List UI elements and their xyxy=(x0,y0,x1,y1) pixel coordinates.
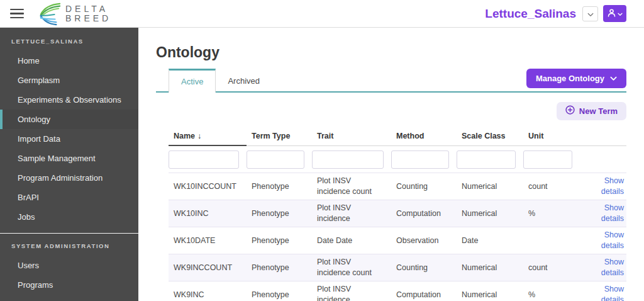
sidebar-item-import-data[interactable]: Import Data xyxy=(0,129,138,149)
filter-cell xyxy=(457,150,523,169)
sidebar-system-list: UsersPrograms xyxy=(0,256,138,295)
table-row: WK10INCCOUNTPhenotypePlot INSV incidence… xyxy=(169,173,626,200)
cell-trait: Plot INSV incidence count xyxy=(312,173,391,200)
filter-term-type-input[interactable] xyxy=(247,150,304,169)
show-details-link[interactable]: Show details xyxy=(601,230,624,250)
column-label: Trait xyxy=(317,132,333,140)
cell-unit: count xyxy=(523,179,580,195)
show-details-link[interactable]: Show details xyxy=(601,285,624,301)
cell-term-type: Phenotype xyxy=(247,206,312,222)
sidebar-item-ontology[interactable]: Ontology xyxy=(0,110,138,129)
details-cell: Show details xyxy=(580,173,626,200)
cell-trait: Plot INSV incidence count xyxy=(312,254,391,281)
main-content: Ontology ActiveArchived Manage Ontology xyxy=(138,44,644,301)
column-header-scale-class[interactable]: Scale Class xyxy=(457,128,523,146)
details-cell: Show details xyxy=(580,254,626,281)
cell-method: Counting xyxy=(391,260,457,276)
details-cell: Show details xyxy=(580,281,626,301)
cell-name: WK10INCCOUNT xyxy=(169,179,247,195)
show-details-link[interactable]: Show details xyxy=(601,258,624,277)
table-row: WK9INCPhenotypePlot INSV incidenceComput… xyxy=(169,281,626,301)
cell-name: WK10DATE xyxy=(169,233,247,249)
user-menu-button[interactable] xyxy=(603,5,626,22)
table-row: WK9INCCOUNTPhenotypePlot INSV incidence … xyxy=(169,254,626,281)
sidebar-item-programs[interactable]: Programs xyxy=(0,275,138,295)
ontology-table-section: New Term Name↓Term TypeTraitMethodScale … xyxy=(169,102,626,301)
column-header-details xyxy=(580,128,626,146)
filter-cell xyxy=(312,150,391,169)
sidebar-item-experiments-observations[interactable]: Experiments & Observations xyxy=(0,90,138,110)
tab-active[interactable]: Active xyxy=(169,69,216,93)
tab-list: ActiveArchived xyxy=(169,69,272,93)
sidebar-item-sample-management[interactable]: Sample Management xyxy=(0,149,138,168)
sidebar-program-list: HomeGermplasmExperiments & ObservationsO… xyxy=(0,51,138,227)
tab-bar: ActiveArchived Manage Ontology xyxy=(156,69,626,93)
page-title: Ontology xyxy=(156,44,626,61)
manage-ontology-button[interactable]: Manage Ontology xyxy=(526,69,626,88)
filter-scale-class-input[interactable] xyxy=(457,150,516,169)
cell-trait: Plot INSV incidence xyxy=(312,200,391,227)
sort-desc-icon: ↓ xyxy=(197,132,201,140)
table-row: WK10INCPhenotypePlot INSV incidenceCompu… xyxy=(169,200,626,227)
sidebar-item-home[interactable]: Home xyxy=(0,51,138,71)
column-header-unit[interactable]: Unit xyxy=(523,128,580,146)
cell-scale-class: Numerical xyxy=(457,206,523,222)
details-cell: Show details xyxy=(580,227,626,254)
cell-scale-class: Numerical xyxy=(457,179,523,195)
cell-scale-class: Numerical xyxy=(457,287,523,301)
cell-term-type: Phenotype xyxy=(247,179,312,195)
column-header-name[interactable]: Name↓ xyxy=(169,128,247,146)
cell-method: Observation xyxy=(391,233,457,249)
cell-scale-class: Numerical xyxy=(457,260,523,276)
cell-trait: Date Date xyxy=(312,233,391,249)
cell-unit xyxy=(523,238,580,243)
tab-archived[interactable]: Archived xyxy=(216,69,272,93)
column-header-method[interactable]: Method xyxy=(391,128,457,146)
cell-trait: Plot INSV incidence xyxy=(312,281,391,301)
chevron-down-icon xyxy=(587,8,594,20)
sidebar-item-brapi[interactable]: BrAPI xyxy=(0,188,138,207)
column-header-trait[interactable]: Trait xyxy=(312,128,391,146)
filter-method-input[interactable] xyxy=(391,150,449,169)
column-label: Method xyxy=(396,132,424,140)
sidebar-item-users[interactable]: Users xyxy=(0,256,138,275)
cell-name: WK10INC xyxy=(169,206,247,222)
new-term-button[interactable]: New Term xyxy=(557,102,626,120)
program-select-button[interactable] xyxy=(582,6,598,21)
new-term-label: New Term xyxy=(579,106,618,116)
cell-method: Computation xyxy=(391,206,457,222)
app-name: DELTA BREED xyxy=(65,4,111,23)
plus-circle-icon xyxy=(565,105,575,116)
filter-unit-input[interactable] xyxy=(523,150,572,169)
table-header-row: Name↓Term TypeTraitMethodScale ClassUnit xyxy=(169,128,626,146)
hamburger-menu-icon[interactable] xyxy=(10,9,24,18)
cell-unit: % xyxy=(523,287,580,301)
filter-cell xyxy=(247,150,312,169)
sidebar-program-section-label: LETTUCE_SALINAS xyxy=(0,34,138,51)
filter-name-input[interactable] xyxy=(169,150,239,169)
sidebar-item-program-administration[interactable]: Program Administration xyxy=(0,168,138,188)
cell-term-type: Phenotype xyxy=(247,287,312,301)
show-details-link[interactable]: Show details xyxy=(601,176,624,196)
cell-method: Counting xyxy=(391,179,457,195)
sidebar-system-section-label: SYSTEM ADMINISTRATION xyxy=(0,239,138,256)
cell-method: Computation xyxy=(391,287,457,301)
cell-unit: % xyxy=(523,206,580,222)
current-program-name: Lettuce_Salinas xyxy=(485,7,576,21)
column-header-term-type[interactable]: Term Type xyxy=(247,128,312,146)
table-filter-row xyxy=(169,150,626,169)
column-label: Scale Class xyxy=(462,132,506,140)
filter-trait-input[interactable] xyxy=(312,150,384,169)
sidebar-item-jobs[interactable]: Jobs xyxy=(0,207,138,227)
sidebar-item-germplasm[interactable]: Germplasm xyxy=(0,71,138,90)
cell-name: WK9INC xyxy=(169,287,247,301)
details-cell: Show details xyxy=(580,200,626,227)
cell-term-type: Phenotype xyxy=(247,233,312,249)
filter-cell xyxy=(580,150,626,169)
show-details-link[interactable]: Show details xyxy=(601,203,624,223)
cell-scale-class: Date xyxy=(457,233,523,249)
column-label: Term Type xyxy=(252,132,290,140)
cell-name: WK9INCCOUNT xyxy=(169,260,247,276)
table-row: WK10DATEPhenotypeDate DateObservationDat… xyxy=(169,227,626,254)
cell-term-type: Phenotype xyxy=(247,260,312,276)
